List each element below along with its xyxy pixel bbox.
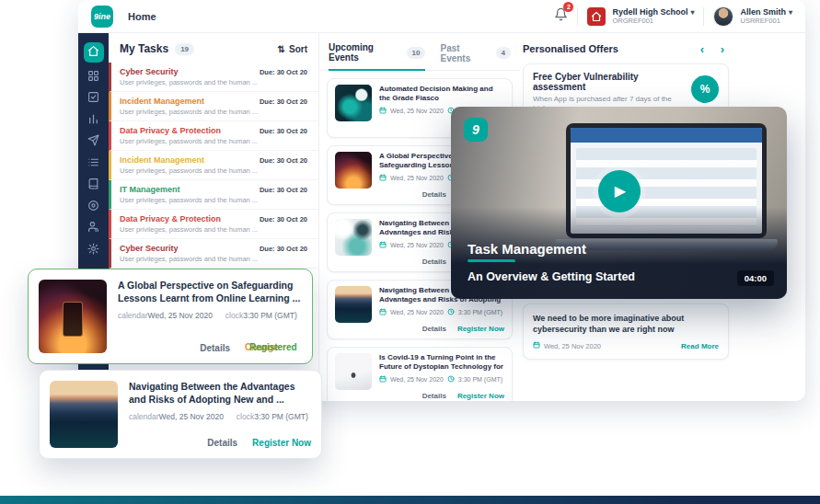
task-row[interactable]: Incident Management Due: 30 Oct 20 User … <box>109 92 318 121</box>
calendar-icon <box>379 375 387 384</box>
event-card[interactable]: Is Covid-19 a Turning Point in the Futur… <box>327 347 513 401</box>
featured-event-card[interactable]: Navigating Between the Advantages and Ri… <box>39 370 322 459</box>
play-button[interactable]: ▶ <box>598 170 641 212</box>
event-thumbnail <box>335 85 372 121</box>
details-link[interactable]: Details <box>422 325 446 333</box>
sidebar-item-media[interactable] <box>78 196 109 218</box>
video-modal: ▶ 9 Task Management An Overview & Gettin… <box>451 107 787 299</box>
task-row[interactable]: Data Privacy & Protection Due: 30 Oct 20… <box>109 210 318 239</box>
sidebar-item-tasks[interactable] <box>78 88 109 110</box>
calendar-icon <box>533 341 540 350</box>
upcoming-count-badge: 10 <box>407 47 426 59</box>
event-date: Wed, 25 Nov 2020 <box>390 376 444 383</box>
task-title: Data Privacy & Protection <box>120 126 221 135</box>
avatar <box>713 6 733 27</box>
sidebar-item-analytics[interactable] <box>78 109 109 132</box>
task-title: Cyber Security <box>120 244 179 253</box>
sidebar-item-dashboard[interactable] <box>78 66 109 88</box>
event-thumbnail <box>39 280 107 353</box>
task-due-date: Due: 30 Oct 20 <box>260 215 307 223</box>
event-title: Navigating Between the Advantages and Ri… <box>129 381 311 406</box>
task-subtitle: User privileges, passwords and the human… <box>120 108 307 116</box>
divider <box>577 7 578 26</box>
video-brand-logo: 9 <box>464 118 488 142</box>
task-subtitle: User privileges, passwords and the human… <box>120 166 307 175</box>
tab-past-events[interactable]: Past Events 4 <box>440 42 511 70</box>
tab-label: Upcoming Events <box>329 42 396 63</box>
details-link[interactable]: Details <box>422 190 446 199</box>
calendar-icon <box>379 308 387 316</box>
video-title: Task Management <box>468 241 586 257</box>
sidebar-item-settings[interactable] <box>78 239 109 261</box>
disc-icon <box>87 199 99 215</box>
task-row[interactable]: Cyber Security Due: 30 Oct 20 User privi… <box>109 239 318 269</box>
carousel-next-button[interactable]: › <box>716 42 729 55</box>
sort-button[interactable]: ⇅ Sort <box>278 44 307 54</box>
app-logo[interactable]: 9ine <box>91 6 113 28</box>
task-row[interactable]: Incident Management Due: 30 Oct 20 User … <box>109 151 318 180</box>
sidebar-item-home[interactable] <box>78 39 109 66</box>
register-now-link[interactable]: Register Now <box>252 438 311 448</box>
sidebar-item-users[interactable] <box>78 218 109 240</box>
sort-icon: ⇅ <box>278 44 285 54</box>
article-text: We need to be more imaginative about cyb… <box>533 313 719 335</box>
task-row[interactable]: Cyber Security Due: 30 Oct 20 User privi… <box>109 63 318 92</box>
task-due-date: Due: 30 Oct 20 <box>260 127 307 135</box>
school-logo <box>587 7 606 26</box>
clock-icon-text: clock <box>237 412 254 421</box>
calendar-icon <box>379 107 387 115</box>
event-date: Wed, 25 Nov 2020 <box>390 175 444 181</box>
breadcrumb-home: Home <box>128 11 156 22</box>
task-subtitle: User privileges, passwords and the human… <box>120 78 307 86</box>
task-subtitle: User privileges, passwords and the human… <box>120 255 307 263</box>
bottom-accent-strip <box>0 496 820 504</box>
notifications-button[interactable]: 2 <box>554 7 568 25</box>
clock-icon-text: clock <box>225 311 243 320</box>
past-count-badge: 4 <box>496 47 511 59</box>
sidebar-item-share[interactable] <box>78 132 109 154</box>
offer-article-card[interactable]: We need to be more imaginative about cyb… <box>523 304 729 360</box>
video-title-underline <box>468 259 515 262</box>
user-menu[interactable]: Allen Smith▾ USRREF001 <box>713 6 792 27</box>
tab-upcoming-events[interactable]: Upcoming Events 10 <box>329 42 425 71</box>
register-now-link[interactable]: Register Now <box>457 392 504 400</box>
list-icon <box>87 155 99 172</box>
top-bar: 9ine Home 2 Rydell High School▾ ORGR <box>78 0 805 33</box>
event-date: Wed, 25 Nov 2020 <box>159 412 224 421</box>
details-link[interactable]: Details <box>200 343 230 353</box>
registered-label: Registered <box>249 342 297 352</box>
school-name: Rydell High School <box>612 7 687 17</box>
calendar-icon-text: calendar <box>129 412 159 421</box>
clock-icon <box>447 308 455 316</box>
task-row[interactable]: IT Management Due: 30 Oct 20 User privil… <box>109 180 318 210</box>
task-title: IT Management <box>120 185 180 194</box>
organisation-selector[interactable]: Rydell High School▾ ORGREF001 <box>587 7 694 26</box>
event-thumbnail <box>335 353 372 390</box>
registration-status[interactable]: Change Registered <box>245 342 302 353</box>
read-more-link[interactable]: Read More <box>681 342 719 350</box>
offer-title: Free Cyber Vulnerability assessment <box>533 72 691 92</box>
chevron-down-icon: ▾ <box>690 8 694 17</box>
tasks-count-badge: 19 <box>175 43 194 55</box>
event-thumbnail <box>335 286 372 323</box>
details-link[interactable]: Details <box>422 258 446 266</box>
carousel-prev-button[interactable]: ‹ <box>696 42 709 55</box>
details-link[interactable]: Details <box>422 392 446 400</box>
task-due-date: Due: 30 Oct 20 <box>260 186 307 194</box>
event-date: Wed, 25 Nov 2020 <box>390 309 444 315</box>
task-row[interactable]: Data Privacy & Protection Due: 30 Oct 20… <box>109 121 318 151</box>
tasks-list: Cyber Security Due: 30 Oct 20 User privi… <box>109 63 318 269</box>
home-icon <box>87 44 99 61</box>
sidebar-item-library[interactable] <box>78 175 109 197</box>
sidebar-item-records[interactable] <box>78 153 109 175</box>
task-due-date: Due: 30 Oct 20 <box>260 245 307 253</box>
tasks-icon <box>87 90 99 107</box>
register-now-link[interactable]: Register Now <box>457 325 504 333</box>
tasks-panel-title: My Tasks <box>120 42 168 55</box>
play-icon: ▶ <box>615 182 626 200</box>
task-due-date: Due: 30 Oct 20 <box>260 68 307 76</box>
details-link[interactable]: Details <box>207 438 237 448</box>
event-time: 3:30 PM (GMT) <box>458 309 502 315</box>
featured-event-card-registered[interactable]: A Global Perspective on Safeguarding Les… <box>28 269 313 364</box>
event-thumbnail <box>335 219 372 256</box>
